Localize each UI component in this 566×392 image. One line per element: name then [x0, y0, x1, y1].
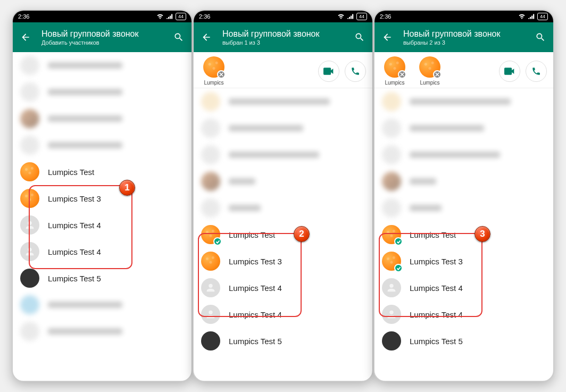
back-button[interactable] [19, 31, 32, 44]
step-badge-1: 1 [119, 180, 135, 196]
avatar [382, 252, 401, 271]
phone-screenshot-1: 2:36 44 Новый групповой звонок Добавить … [12, 10, 193, 382]
list-item[interactable]: x [194, 88, 372, 115]
avatar [201, 331, 220, 351]
list-item[interactable]: Lumpics Test 3 [194, 248, 372, 274]
list-item[interactable]: Lumpics Test 4 [194, 301, 372, 328]
list-item[interactable]: Lumpics Test [374, 221, 553, 248]
list-item[interactable]: Lumpics Test [13, 159, 192, 185]
status-time: 2:36 [199, 13, 210, 20]
page-subtitle: Добавить участников [41, 39, 163, 46]
list-item[interactable]: x [13, 79, 192, 105]
wifi-icon [156, 14, 164, 19]
back-button[interactable] [381, 31, 394, 44]
avatar [201, 225, 220, 244]
wifi-icon [337, 14, 345, 19]
avatar [20, 242, 39, 261]
list-item[interactable]: Lumpics Test 3 [374, 248, 553, 274]
search-button[interactable] [353, 31, 366, 44]
contact-name: Lumpics Test 3 [48, 194, 101, 203]
avatar [201, 252, 220, 271]
list-item[interactable]: Lumpics Test 4 [374, 301, 553, 328]
battery-indicator: 44 [537, 13, 548, 20]
list-item[interactable]: x [13, 291, 192, 318]
contact-name: Lumpics Test 4 [410, 283, 463, 293]
list-item[interactable]: Lumpics Test [194, 221, 372, 248]
list-item[interactable]: Lumpics Test 4 [13, 212, 192, 238]
avatar [20, 189, 39, 208]
status-time: 2:36 [380, 13, 391, 20]
signal-icon [347, 14, 354, 19]
avatar [201, 305, 220, 324]
list-item[interactable]: x [194, 195, 372, 221]
avatar [20, 162, 39, 181]
remove-chip-icon[interactable] [433, 70, 442, 79]
selected-check-icon [213, 237, 222, 246]
battery-indicator: 44 [176, 13, 186, 20]
list-item[interactable]: Lumpics Test 4 [194, 274, 372, 301]
chip-name: Lumpics [385, 80, 404, 86]
selected-chip[interactable]: Lumpics [200, 56, 228, 86]
contact-name: Lumpics Test 4 [229, 283, 282, 293]
signal-icon [167, 14, 173, 19]
list-item[interactable]: Lumpics Test 4 [13, 238, 192, 265]
contact-name: Lumpics Test [229, 230, 275, 239]
app-bar: Новый групповой звонок выбран 1 из 3 [194, 22, 372, 52]
list-item[interactable]: x [13, 105, 192, 132]
avatar [20, 215, 39, 235]
app-bar: Новый групповой звонок Добавить участник… [13, 22, 192, 52]
voice-call-button[interactable] [345, 61, 366, 82]
avatar [382, 225, 401, 244]
contact-name: Lumpics Test 4 [229, 310, 282, 319]
list-item[interactable]: Lumpics Test 5 [194, 328, 372, 354]
app-bar: Новый групповой звонок выбраны 2 из 3 [374, 22, 553, 52]
remove-chip-icon[interactable] [398, 70, 406, 79]
chip-name: Lumpics [420, 80, 439, 86]
avatar [20, 269, 39, 288]
chip-name: Lumpics [204, 80, 223, 86]
page-title: Новый групповой звонок [41, 29, 163, 39]
contact-name: Lumpics Test 4 [48, 247, 101, 256]
list-item[interactable]: x [194, 141, 372, 168]
selected-check-icon [394, 237, 403, 246]
contact-name: Lumpics Test 5 [48, 274, 101, 283]
list-item[interactable]: x [374, 141, 553, 168]
avatar [382, 331, 401, 351]
battery-indicator: 44 [356, 13, 367, 20]
remove-chip-icon[interactable] [217, 70, 226, 79]
avatar [382, 278, 401, 297]
list-item[interactable]: x [194, 115, 372, 141]
search-button[interactable] [172, 31, 185, 44]
list-item[interactable]: Lumpics Test 5 [374, 328, 553, 354]
signal-icon [528, 14, 535, 19]
list-item[interactable]: x [374, 115, 553, 141]
avatar [382, 305, 401, 324]
contact-name: Lumpics Test 5 [229, 337, 282, 346]
search-button[interactable] [534, 31, 547, 44]
list-item[interactable]: x [374, 168, 553, 195]
list-item[interactable]: x [374, 195, 553, 221]
list-item[interactable]: Lumpics Test 3 [13, 185, 192, 212]
contact-name: Lumpics Test [410, 230, 456, 239]
page-title: Новый групповой звонок [222, 29, 344, 39]
contact-list: x x x x x Lumpics Test Lumpics Test 3 Lu… [194, 88, 372, 354]
list-item[interactable]: Lumpics Test 4 [374, 274, 553, 301]
list-item[interactable]: Lumpics Test 5 [13, 265, 192, 291]
video-call-button[interactable] [318, 61, 339, 82]
list-item[interactable]: x [13, 52, 192, 79]
contact-name: Lumpics Test 5 [410, 337, 463, 346]
selected-participants-bar: Lumpics Lumpics [374, 52, 553, 88]
status-bar: 2:36 44 [374, 11, 553, 22]
status-time: 2:36 [18, 13, 29, 20]
list-item[interactable]: x [194, 168, 372, 195]
voice-call-button[interactable] [526, 61, 547, 82]
list-item[interactable]: x [374, 88, 553, 115]
list-item[interactable]: x [13, 318, 192, 345]
list-item[interactable]: x [13, 132, 192, 159]
selected-chip[interactable]: Lumpics [416, 56, 444, 86]
video-call-button[interactable] [499, 61, 520, 82]
page-subtitle: выбраны 2 из 3 [403, 39, 525, 46]
step-badge-2: 2 [294, 226, 310, 242]
selected-chip[interactable]: Lumpics [381, 56, 409, 86]
back-button[interactable] [200, 31, 213, 44]
